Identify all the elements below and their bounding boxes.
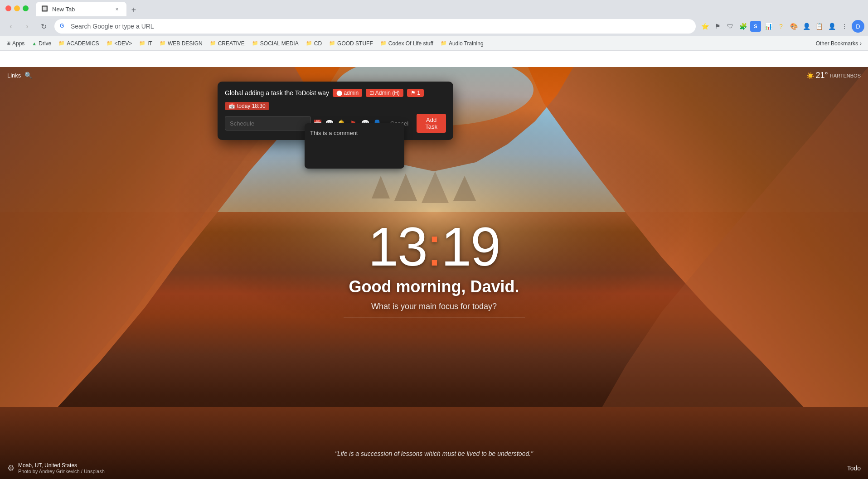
title-bar: 🔲 New Tab × +: [0, 0, 868, 16]
comment-text: This is a comment: [310, 130, 358, 136]
bookmark-audio-label: Audio Training: [449, 40, 484, 47]
bookmark-it-label: IT: [147, 40, 152, 47]
bookmarks-bar: ⊞ Apps ▲ Drive 📁 ACADEMICS 📁 <DEV> 📁 IT …: [0, 36, 868, 51]
bookmark-webdesign-label: WEB DESIGN: [168, 40, 203, 47]
bookmark-webdesign[interactable]: 📁 WEB DESIGN: [157, 39, 205, 48]
folder-goodstuff-icon: 📁: [329, 40, 335, 46]
weather-widget: ☀️ 21° HARTENBOS: [806, 71, 861, 80]
bookmark-codex-label: Codex Of Life stuff: [388, 40, 433, 47]
bookmark-goodstuff-label: GOOD STUFF: [337, 40, 373, 47]
task-title-row: Global adding a task the ToDoist way ⬤ a…: [225, 89, 446, 97]
weather-location: HARTENBOS: [830, 73, 861, 78]
bookmark-academics[interactable]: 📁 ACADEMICS: [56, 39, 102, 48]
back-button[interactable]: ‹: [4, 19, 18, 34]
calendar-icon: 📅: [228, 103, 235, 109]
maximize-button[interactable]: [23, 5, 29, 11]
photo-credit: Moab, UT, United States Photo by Andrey …: [18, 462, 105, 474]
bookmark-dev-label: <DEV>: [115, 40, 132, 47]
browser-chrome: 🔲 New Tab × + ‹ › ↻ G Search Google or t…: [0, 0, 868, 51]
bookmark-audio[interactable]: 📁 Audio Training: [438, 39, 486, 48]
admin-tag[interactable]: ⬤ admin: [333, 89, 362, 97]
more-options-icon[interactable]: ⋮: [839, 21, 850, 32]
schedule-input[interactable]: [225, 116, 311, 131]
new-tab-button[interactable]: +: [127, 4, 140, 16]
bookmark-creative-label: CREATIVE: [218, 40, 245, 47]
bookmark-cd-label: CD: [314, 40, 322, 47]
comment-popup: This is a comment: [305, 123, 404, 169]
active-tab[interactable]: 🔲 New Tab ×: [36, 2, 126, 16]
date-badge[interactable]: 📅 today 18:30: [225, 102, 269, 110]
tab-favicon: 🔲: [41, 5, 48, 13]
links-label: Links: [7, 72, 21, 79]
links-bar: Links 🔍 ☀️ 21° HARTENBOS: [0, 67, 868, 83]
folder-dev-icon: 📁: [107, 40, 113, 46]
address-bar[interactable]: G Search Google or type a URL: [54, 19, 696, 34]
bookmark-drive[interactable]: ▲ Drive: [29, 39, 54, 48]
quote-text: "Life is a succession of lessons which m…: [335, 450, 533, 457]
bookmark-codex[interactable]: 📁 Codex Of Life stuff: [378, 39, 436, 48]
bookmark-goodstuff[interactable]: 📁 GOOD STUFF: [326, 39, 376, 48]
bookmark-apps[interactable]: ⊞ Apps: [4, 39, 27, 48]
bookmark-apps-label: Apps: [12, 40, 24, 47]
photo-credit-text: Photo by Andrey Grinkevich / Unsplash: [18, 469, 105, 474]
ext6-icon[interactable]: 📋: [814, 21, 824, 32]
todo-button[interactable]: Todo: [847, 464, 861, 472]
bookmark-dev[interactable]: 📁 <DEV>: [104, 39, 135, 48]
clock-container: 13:19 Good morning, David. What is your …: [344, 219, 525, 317]
ext5-icon[interactable]: 👤: [801, 21, 812, 32]
ext3-icon[interactable]: ?: [776, 21, 786, 32]
profile-button[interactable]: D: [852, 20, 864, 33]
folder-social-icon: 📁: [252, 40, 258, 46]
chevron-down-icon: ›: [860, 40, 862, 47]
weather-icon: ☀️: [806, 72, 814, 79]
folder-codex-icon: 📁: [380, 40, 387, 46]
photo-location: Moab, UT, United States: [18, 462, 105, 469]
bookmark-social[interactable]: 📁 SOCIAL MEDIA: [249, 39, 301, 48]
forward-button[interactable]: ›: [20, 19, 34, 34]
bookmark-creative[interactable]: 📁 CREATIVE: [207, 39, 247, 48]
ext7-icon[interactable]: 👤: [826, 21, 837, 32]
apps-icon: ⊞: [6, 40, 10, 46]
extension-icons: ⭐ ⚑ 🛡 🧩 S 📊 ? 🎨 👤 📋 👤 ⋮ D: [699, 20, 864, 33]
bookmark-it[interactable]: 📁 IT: [136, 39, 155, 48]
task-title: Global adding a task the ToDoist way: [225, 89, 329, 97]
clock-greeting: Good morning, David.: [344, 277, 525, 296]
reload-button[interactable]: ↻: [36, 19, 51, 34]
weather-temp: 21°: [816, 71, 828, 80]
address-text: Search Google or type a URL: [71, 23, 154, 30]
bookmark-social-label: SOCIAL MEDIA: [260, 40, 299, 47]
puzzle-icon[interactable]: 🧩: [737, 21, 748, 32]
minimize-button[interactable]: [14, 5, 20, 11]
clock-minutes: 19: [441, 216, 499, 277]
admin-h-tag[interactable]: ⊡ Admin (H): [366, 89, 403, 97]
add-task-button[interactable]: Add Task: [417, 114, 446, 133]
window-controls: [5, 5, 29, 11]
bookmark-drive-label: Drive: [39, 40, 51, 47]
folder-creative-icon: 📁: [210, 40, 216, 46]
bottom-bar: ⚙ Moab, UT, United States Photo by Andre…: [0, 457, 868, 479]
extensions-icon[interactable]: ⭐: [699, 21, 710, 32]
ext1-icon[interactable]: S: [750, 21, 761, 32]
settings-icon[interactable]: ⚙: [7, 463, 15, 473]
bookmark-star-icon[interactable]: ⚑: [712, 21, 723, 32]
bookmark-cd[interactable]: 📁 CD: [303, 39, 325, 48]
other-bookmarks[interactable]: Other Bookmarks ›: [813, 39, 864, 48]
folder-academics-icon: 📁: [58, 40, 65, 46]
date-label: today 18:30: [237, 103, 266, 109]
priority-tag[interactable]: ⚑ 1: [407, 89, 424, 97]
tab-title: New Tab: [52, 6, 109, 13]
folder-cd-icon: 📁: [306, 40, 312, 46]
other-bookmarks-label: Other Bookmarks: [816, 40, 858, 47]
clock-hours: 13: [368, 216, 427, 277]
shield-icon[interactable]: 🛡: [725, 21, 736, 32]
ext4-icon[interactable]: 🎨: [788, 21, 799, 32]
clock-time: 13:19: [344, 219, 525, 274]
ext2-icon[interactable]: 📊: [763, 21, 774, 32]
bookmark-academics-label: ACADEMICS: [67, 40, 99, 47]
tab-close-button[interactable]: ×: [113, 5, 121, 13]
folder-webdesign-icon: 📁: [160, 40, 166, 46]
search-icon[interactable]: 🔍: [24, 72, 32, 79]
close-button[interactable]: [5, 5, 11, 11]
focus-input-line[interactable]: [344, 317, 525, 317]
folder-audio-icon: 📁: [441, 40, 447, 46]
